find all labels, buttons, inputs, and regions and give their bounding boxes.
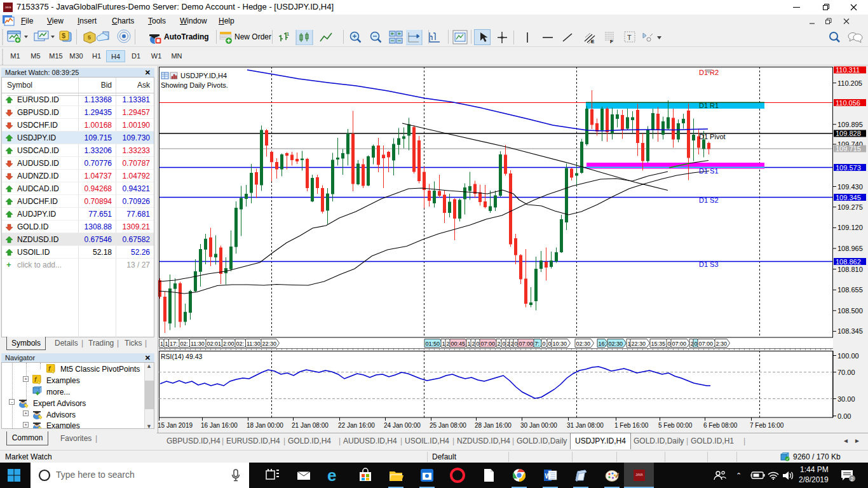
svg-text:109.828: 109.828 bbox=[836, 130, 861, 137]
svg-text:11:30: 11:30 bbox=[191, 341, 205, 347]
svg-text:108.500: 108.500 bbox=[837, 307, 863, 315]
svg-text:31 Jan 08:00: 31 Jan 08:00 bbox=[567, 422, 604, 429]
svg-text:1: 1 bbox=[160, 341, 163, 347]
svg-text:0: 0 bbox=[515, 341, 518, 347]
svg-text:17:: 17: bbox=[170, 341, 178, 347]
svg-text:6 Feb 08:00: 6 Feb 08:00 bbox=[703, 422, 738, 429]
svg-text:1 Feb 16:00: 1 Feb 16:00 bbox=[614, 422, 649, 429]
svg-text:24 Jan 00:00: 24 Jan 00:00 bbox=[384, 422, 421, 429]
svg-text:109.895: 109.895 bbox=[837, 121, 863, 128]
svg-text:1: 1 bbox=[468, 341, 471, 347]
svg-text:108.862: 108.862 bbox=[836, 258, 861, 266]
svg-text:USDJPY.ID,H4: USDJPY.ID,H4 bbox=[180, 72, 227, 79]
svg-text:109.573: 109.573 bbox=[836, 164, 861, 172]
svg-text:e: e bbox=[327, 468, 336, 483]
svg-text:108.965: 108.965 bbox=[837, 245, 863, 252]
svg-text:2: 2 bbox=[498, 341, 501, 347]
svg-text:2: 2 bbox=[447, 341, 450, 347]
svg-text:07:00: 07:00 bbox=[481, 341, 496, 347]
svg-text:1: 1 bbox=[287, 32, 289, 36]
svg-text:109.120: 109.120 bbox=[837, 224, 863, 231]
svg-text:02:: 02: bbox=[236, 341, 245, 347]
svg-text:7 Feb 16:00: 7 Feb 16:00 bbox=[750, 422, 784, 429]
svg-text:21 Jan 08:00: 21 Jan 08:00 bbox=[292, 422, 329, 429]
svg-text:0: 0 bbox=[543, 341, 546, 347]
svg-text:W: W bbox=[545, 473, 552, 480]
svg-text:70.00: 70.00 bbox=[837, 369, 855, 376]
svg-text:1: 1 bbox=[165, 341, 168, 347]
svg-text:5: 5 bbox=[88, 34, 91, 41]
svg-text:02:30: 02:30 bbox=[609, 341, 623, 347]
svg-text:07:00: 07:00 bbox=[672, 341, 687, 347]
svg-text:D1 Pivot: D1 Pivot bbox=[699, 133, 726, 140]
svg-text:28 Jan 16:00: 28 Jan 16:00 bbox=[475, 422, 512, 429]
svg-text:01:50: 01:50 bbox=[426, 341, 440, 347]
svg-text:D1 R1: D1 R1 bbox=[699, 102, 719, 109]
svg-text:D1 S1: D1 S1 bbox=[699, 167, 719, 175]
svg-text:110.205: 110.205 bbox=[837, 79, 862, 87]
svg-text:30 Jan 00:00: 30 Jan 00:00 bbox=[520, 422, 557, 429]
svg-text:0: 0 bbox=[503, 341, 506, 347]
svg-text:11:30: 11:30 bbox=[247, 341, 261, 347]
svg-text:110.311: 110.311 bbox=[836, 66, 860, 74]
svg-text:16 Jan 16:00: 16 Jan 16:00 bbox=[201, 422, 238, 429]
svg-text:109.430: 109.430 bbox=[837, 183, 863, 191]
svg-text:18 Jan 00:00: 18 Jan 00:00 bbox=[247, 422, 283, 429]
svg-text:F: F bbox=[610, 39, 613, 44]
svg-text:00:45: 00:45 bbox=[451, 341, 466, 347]
svg-text:22:30: 22:30 bbox=[262, 341, 277, 347]
svg-text:D1 S2: D1 S2 bbox=[699, 196, 719, 204]
svg-text:5 Feb 00:00: 5 Feb 00:00 bbox=[658, 422, 693, 429]
svg-text:0: 0 bbox=[668, 341, 671, 347]
svg-text:0: 0 bbox=[477, 341, 480, 347]
svg-text:109.345: 109.345 bbox=[836, 194, 861, 201]
svg-text:RSI(14) 49.43: RSI(14) 49.43 bbox=[161, 353, 203, 360]
svg-text:108.810: 108.810 bbox=[837, 266, 863, 273]
svg-text:15 Jan 2019: 15 Jan 2019 bbox=[158, 422, 193, 429]
svg-text:100.00: 100.00 bbox=[837, 352, 859, 360]
svg-text:109.715: 109.715 bbox=[836, 145, 861, 152]
svg-text:D1 S3: D1 S3 bbox=[699, 261, 719, 268]
svg-text:Showing Daily Pivots.: Showing Daily Pivots. bbox=[161, 81, 228, 89]
svg-text:07:00: 07:00 bbox=[519, 341, 534, 347]
svg-text:2: 2 bbox=[851, 476, 854, 482]
svg-text:25 Jan 08:00: 25 Jan 08:00 bbox=[430, 422, 466, 429]
svg-text:02:: 02: bbox=[180, 341, 189, 347]
svg-text:7:: 7: bbox=[535, 341, 540, 347]
svg-text:110.056: 110.056 bbox=[836, 99, 860, 107]
svg-text:07:00: 07:00 bbox=[699, 341, 714, 347]
svg-text:02:01: 02:01 bbox=[207, 341, 222, 347]
svg-text:2:00: 2:00 bbox=[223, 341, 234, 347]
svg-text:E: E bbox=[591, 39, 595, 44]
svg-text:1: 1 bbox=[442, 341, 445, 347]
svg-text:2:30: 2:30 bbox=[716, 341, 728, 347]
svg-text:$: $ bbox=[62, 32, 65, 39]
svg-text:108.655: 108.655 bbox=[837, 286, 863, 294]
svg-text:16:: 16: bbox=[599, 341, 607, 347]
svg-text:10:30: 10:30 bbox=[553, 341, 567, 347]
svg-text:30.00: 30.00 bbox=[837, 395, 855, 403]
svg-text:0: 0 bbox=[695, 341, 698, 347]
svg-text:109.275: 109.275 bbox=[837, 203, 863, 211]
svg-text:22 Jan 16:00: 22 Jan 16:00 bbox=[338, 422, 375, 429]
svg-text:0: 0 bbox=[548, 341, 552, 347]
svg-text:T: T bbox=[627, 34, 632, 41]
svg-text:22:30: 22:30 bbox=[632, 341, 646, 347]
svg-text:2: 2 bbox=[472, 341, 475, 347]
svg-text:02:30: 02:30 bbox=[576, 341, 591, 347]
svg-text:108.345: 108.345 bbox=[837, 327, 863, 335]
svg-text:0.00: 0.00 bbox=[837, 412, 851, 420]
svg-text:15:35: 15:35 bbox=[651, 341, 666, 347]
